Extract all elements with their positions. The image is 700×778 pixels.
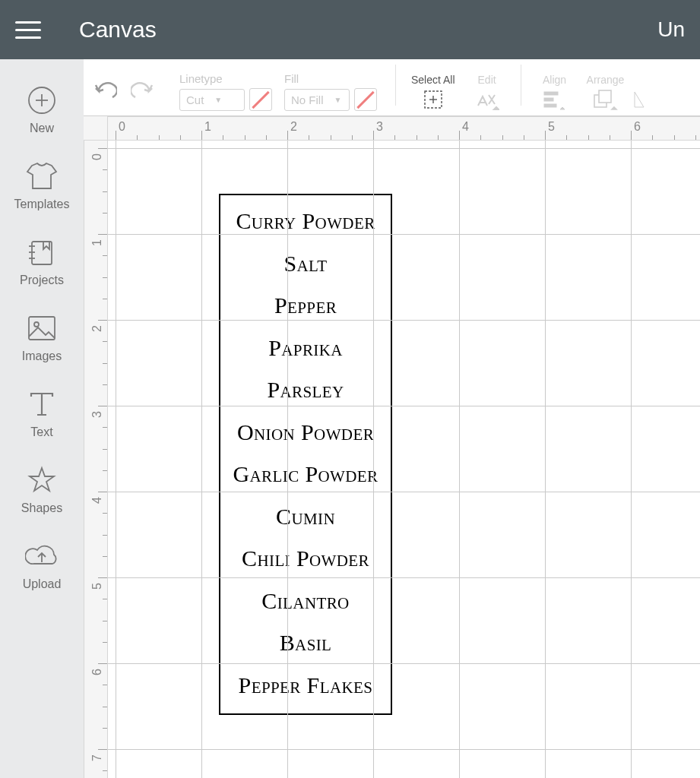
ruler-number: 2 (90, 325, 104, 332)
tshirt-icon (25, 160, 59, 193)
canvas-area[interactable]: 0123456 01234567 Curry PowderSaltPepperP… (84, 116, 700, 778)
svg-rect-7 (29, 317, 55, 340)
text-line: Pepper Flakes (220, 664, 391, 707)
edit-button[interactable]: Edit (464, 74, 510, 111)
redo-button[interactable] (131, 81, 154, 105)
canvas-grid[interactable]: Curry PowderSaltPepperPaprikaParsleyOnio… (108, 141, 700, 778)
ruler-number: 5 (548, 120, 555, 134)
chevron-down-icon: ▼ (214, 96, 222, 104)
ruler-number: 3 (376, 120, 383, 134)
align-icon (543, 88, 567, 111)
sidebar-item-templates[interactable]: Templates (0, 149, 84, 225)
sidebar-item-text[interactable]: Text (0, 377, 84, 453)
ruler-number: 3 (90, 411, 104, 418)
text-object[interactable]: Curry PowderSaltPepperPaprikaParsleyOnio… (219, 194, 392, 715)
image-icon (25, 312, 59, 345)
linetype-label: Linetype (179, 72, 223, 85)
fill-group: Fill No Fill ▼ (284, 72, 377, 111)
svg-rect-12 (544, 92, 558, 95)
sidebar-item-projects[interactable]: Projects (0, 225, 84, 301)
edit-icon (475, 88, 499, 111)
flip-button[interactable] (633, 74, 653, 111)
ruler-number: 4 (462, 120, 469, 134)
ruler-number: 6 (90, 669, 104, 675)
ruler-number: 0 (119, 120, 125, 134)
star-icon (25, 463, 59, 497)
left-sidebar: New Templates Projects Images Text (0, 59, 84, 778)
undo-button[interactable] (94, 81, 117, 105)
fill-dropdown[interactable]: No Fill ▼ (284, 89, 350, 111)
sidebar-item-images[interactable]: Images (0, 301, 84, 377)
text-line: Onion Powder (220, 411, 391, 454)
sidebar-item-label: Shapes (21, 501, 62, 515)
ruler-horizontal: 0123456 (108, 116, 700, 141)
notebook-icon (25, 236, 59, 269)
sidebar-item-label: Images (22, 349, 62, 363)
text-line: Parsley (220, 368, 391, 411)
text-line: Cumin (220, 495, 391, 538)
chevron-down-icon: ▼ (334, 96, 342, 104)
plus-circle-icon (25, 84, 59, 117)
text-line: Curry Powder (220, 200, 391, 242)
app-header: Canvas Un (0, 0, 700, 59)
toolbar: Linetype Cut ▼ Fill No Fill ▼ (84, 59, 700, 116)
text-icon (25, 387, 59, 421)
ruler-number: 1 (90, 239, 104, 246)
ruler-vertical: 01234567 (84, 141, 108, 778)
svg-rect-16 (599, 90, 611, 103)
align-button[interactable]: Align (532, 74, 578, 111)
fill-swatch[interactable] (354, 88, 377, 111)
ruler-corner (84, 116, 108, 141)
text-line: Basil (220, 621, 391, 664)
sidebar-item-label: Text (30, 425, 52, 439)
linetype-dropdown[interactable]: Cut ▼ (179, 89, 245, 111)
cloud-upload-icon (25, 539, 59, 573)
flip-icon (633, 88, 648, 111)
main-layout: New Templates Projects Images Text (0, 59, 700, 778)
ruler-number: 5 (90, 583, 104, 590)
sidebar-item-label: New (30, 122, 54, 135)
toolbar-divider (395, 65, 396, 106)
ruler-number: 6 (634, 120, 641, 134)
linetype-group: Linetype Cut ▼ (179, 72, 272, 111)
page-title: Canvas (79, 17, 657, 43)
select-all-button[interactable]: Select All (407, 74, 460, 111)
svg-rect-14 (544, 104, 556, 107)
arrange-icon (593, 88, 619, 111)
ruler-number: 0 (90, 153, 104, 160)
linetype-swatch[interactable] (249, 88, 272, 111)
sidebar-item-shapes[interactable]: Shapes (0, 453, 84, 529)
ruler-number: 7 (90, 754, 104, 761)
sidebar-item-new[interactable]: New (0, 73, 84, 149)
fill-label: Fill (284, 72, 299, 85)
text-line: Paprika (220, 327, 391, 369)
svg-rect-13 (544, 98, 553, 101)
sidebar-item-upload[interactable]: Upload (0, 529, 84, 605)
sidebar-item-label: Templates (14, 198, 70, 211)
header-right-text: Un (657, 17, 685, 42)
content-area: Linetype Cut ▼ Fill No Fill ▼ (84, 59, 700, 778)
text-line: Chili Powder (220, 537, 391, 580)
ruler-number: 4 (90, 497, 104, 504)
svg-rect-3 (32, 242, 52, 264)
ruler-number: 2 (290, 120, 297, 134)
sidebar-item-label: Projects (20, 274, 64, 287)
select-all-icon (423, 88, 444, 111)
text-line: Garlic Powder (220, 453, 391, 495)
toolbar-divider (521, 65, 521, 106)
arrange-button[interactable]: Arrange (582, 74, 629, 111)
text-line: Salt (220, 242, 391, 285)
text-line: Cilantro (220, 580, 391, 622)
menu-icon[interactable] (15, 21, 41, 39)
ruler-number: 1 (204, 120, 211, 134)
svg-point-8 (34, 322, 39, 327)
sidebar-item-label: Upload (23, 577, 62, 591)
